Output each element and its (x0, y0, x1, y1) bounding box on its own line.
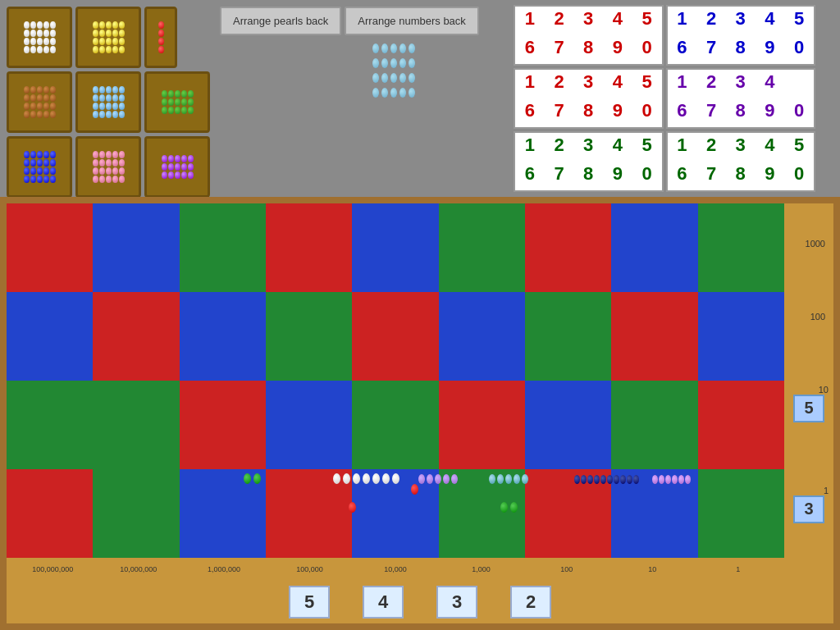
pearl (43, 103, 49, 110)
pearl (188, 107, 194, 114)
num-cell: 6 (668, 162, 697, 190)
game-pearl (594, 475, 600, 484)
pearl (24, 38, 30, 45)
game-pearl (607, 475, 613, 484)
pearl (93, 46, 98, 53)
middle-section: Arrange pearls back Arrange numbers back (213, 0, 509, 197)
small-pearl (390, 73, 397, 83)
pearl (119, 86, 125, 94)
num-cell: 1 (668, 7, 697, 35)
check-cell (525, 292, 611, 381)
num-cell: 5 (784, 133, 814, 162)
num-cell: 0 (784, 35, 814, 64)
check-cell (180, 203, 266, 292)
pearl (30, 21, 36, 29)
game-pearl (418, 474, 425, 484)
small-pearl (399, 88, 406, 98)
num-cell: 3 (573, 133, 603, 162)
check-cell (266, 381, 352, 469)
pearl (112, 159, 118, 167)
col-labels-row: 100,000,000 10,000,000 1,000,000 100,000… (7, 558, 833, 581)
num-cell: 3 (726, 70, 756, 98)
arrange-pearls-button[interactable]: Arrange pearls back (220, 7, 341, 35)
pearl (24, 103, 30, 110)
pearl (175, 90, 180, 98)
pearl (112, 111, 118, 118)
pearl (106, 167, 112, 175)
num-cell: 4 (756, 7, 785, 35)
num-cell: 6 (668, 35, 697, 64)
small-pearl (372, 73, 379, 83)
num-grid-green2: 1 2 3 4 5 6 7 8 9 0 (666, 131, 816, 192)
pearl (99, 167, 105, 175)
small-pearl (381, 88, 388, 98)
pearl-tray-white (7, 7, 72, 68)
num-cell: 8 (573, 98, 603, 127)
check-cell (93, 292, 179, 381)
col-label: 100,000,000 (10, 558, 95, 581)
pearl (50, 111, 56, 118)
pearl (106, 176, 112, 183)
pearl (50, 86, 56, 94)
pearl (43, 159, 49, 167)
num-cell: 2 (696, 133, 726, 162)
pearl (99, 103, 105, 110)
pearl (168, 107, 174, 114)
pearl (175, 163, 180, 171)
num-cell: 8 (726, 35, 756, 64)
pearl (119, 30, 125, 37)
game-pearl (672, 475, 678, 484)
col-label: 100 (524, 558, 609, 581)
check-cell (352, 203, 438, 292)
num-cell: 7 (545, 162, 574, 190)
pearl (168, 171, 174, 179)
arrange-numbers-button[interactable]: Arrange numbers back (345, 7, 479, 35)
pearl (30, 38, 36, 45)
num-cell: 9 (603, 162, 632, 190)
pearl (119, 103, 125, 110)
check-cell (439, 292, 525, 381)
pearl-tray-green (144, 71, 210, 133)
num-cell: 4 (756, 70, 785, 98)
pearl (93, 151, 98, 158)
num-cell: 3 (726, 133, 756, 162)
pearl-group-lavender (418, 474, 458, 484)
small-pearl (381, 58, 388, 68)
pearl (37, 103, 43, 110)
pearl (37, 38, 43, 45)
check-cell (439, 381, 525, 469)
pearl (30, 30, 36, 37)
pearl (175, 171, 180, 179)
pearl (24, 94, 30, 102)
small-pearl (372, 43, 379, 53)
small-pearl-row-4 (372, 88, 415, 98)
scale-1-badge: 3 (793, 495, 824, 523)
pearl-group-white (333, 473, 399, 484)
pearl-red-col5 (411, 484, 418, 495)
pearl (112, 151, 118, 158)
pearl (181, 107, 187, 114)
game-pearl (505, 474, 512, 484)
pearl (106, 38, 112, 45)
game-pearl (665, 475, 671, 484)
game-pearl (587, 475, 593, 484)
pearl (112, 176, 118, 183)
check-cell (266, 203, 352, 292)
pearl (188, 163, 194, 171)
pearl (37, 46, 43, 53)
pearl (106, 94, 112, 102)
num-cell: 3 (573, 7, 603, 35)
game-pearl (353, 473, 360, 484)
num-cell: 0 (784, 162, 814, 190)
pearl (106, 111, 112, 118)
pearl (50, 94, 56, 102)
pearl (99, 151, 105, 158)
small-pearl (399, 43, 406, 53)
num-cell: 7 (545, 35, 574, 64)
num-grid-blue: 1 2 3 4 5 6 7 8 9 0 (666, 5, 816, 66)
pearl-group-green2 (500, 502, 518, 513)
pearl (188, 98, 194, 106)
small-pearl (409, 88, 415, 98)
game-pearl (581, 475, 587, 484)
check-cell (611, 381, 697, 469)
